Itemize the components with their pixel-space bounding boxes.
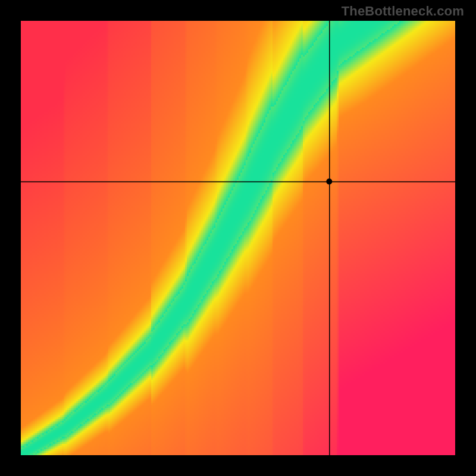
heatmap-canvas bbox=[21, 21, 455, 455]
chart-root: TheBottleneck.com bbox=[0, 0, 476, 476]
attribution-label: TheBottleneck.com bbox=[342, 4, 464, 19]
